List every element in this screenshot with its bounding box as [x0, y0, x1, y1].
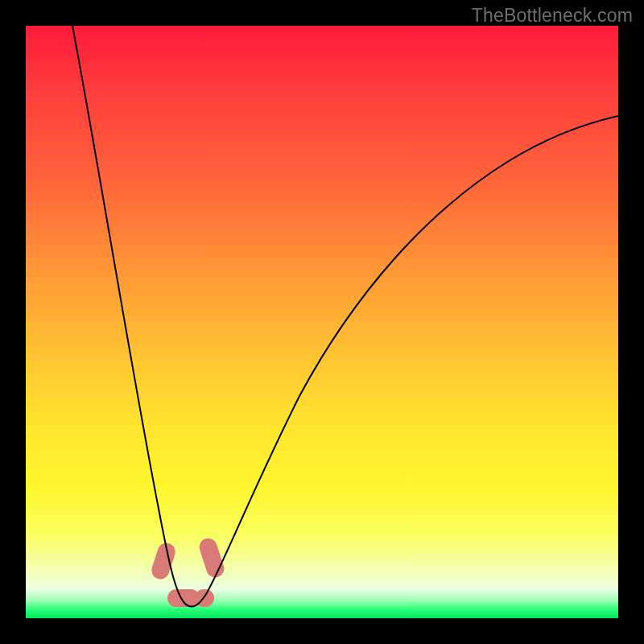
trough-markers — [149, 536, 226, 607]
chart-frame: TheBottleneck.com — [0, 0, 644, 644]
watermark-text: TheBottleneck.com — [472, 5, 633, 27]
plot-area — [26, 26, 618, 618]
right-ascent-dot — [197, 536, 226, 580]
curve-svg — [26, 26, 618, 618]
bottleneck-curve — [72, 26, 618, 607]
